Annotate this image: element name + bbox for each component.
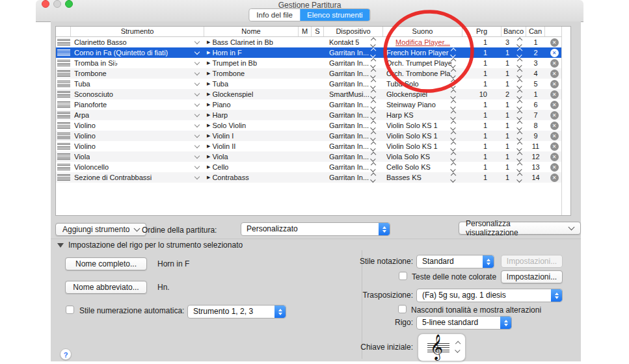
header-nome[interactable]: Nome (204, 27, 299, 36)
suono-value[interactable]: Violin Solo KS 1 (386, 142, 438, 150)
solo-cell[interactable] (312, 172, 324, 183)
disclosure-triangle-icon[interactable]: ▶ (207, 123, 210, 128)
header-can[interactable]: Can (526, 27, 545, 36)
stepper-icon[interactable] (483, 255, 494, 268)
stepper-icon[interactable] (518, 163, 522, 171)
suono-value[interactable]: French Horn Player 1 (386, 49, 451, 57)
suono-value[interactable]: Glockenspiel (386, 90, 427, 98)
stepper-icon[interactable] (371, 49, 375, 57)
solo-cell[interactable] (312, 68, 324, 79)
solo-cell[interactable] (312, 58, 324, 68)
mute-cell[interactable] (299, 162, 312, 172)
table-row[interactable]: Violino ▶ Violin II Garritan In... Violi… (56, 141, 563, 151)
mute-cell[interactable] (299, 68, 312, 79)
suono-value[interactable]: Violin Solo KS 1 (386, 132, 438, 140)
vertical-scrollbar[interactable] (561, 27, 570, 215)
delete-instrument-button[interactable]: ✕ (550, 111, 559, 120)
delete-instrument-button[interactable]: ✕ (550, 49, 559, 57)
hide-key-checkbox[interactable] (398, 305, 407, 313)
stepper-icon[interactable] (371, 153, 375, 161)
chevron-down-icon[interactable] (194, 153, 200, 158)
stepper-icon[interactable] (518, 101, 522, 109)
stepper-icon[interactable] (451, 59, 455, 67)
disclosure-triangle-icon[interactable]: ▶ (207, 71, 210, 76)
customize-view-button[interactable]: Personalizza visualizzazione (459, 222, 581, 235)
colored-noteheads-checkbox[interactable] (399, 272, 407, 280)
stepper-icon[interactable] (371, 122, 375, 129)
stepper-icon[interactable] (518, 153, 522, 161)
stepper-icon[interactable] (451, 80, 455, 88)
stepper-icon[interactable] (456, 342, 460, 352)
stepper-icon[interactable] (518, 70, 522, 77)
disclosure-triangle-icon[interactable]: ▶ (207, 50, 210, 55)
stepper-icon[interactable] (451, 153, 455, 161)
solo-cell[interactable] (312, 141, 324, 151)
stepper-icon[interactable] (451, 70, 455, 77)
stepper-icon[interactable] (518, 122, 522, 129)
stepper-icon[interactable] (518, 80, 522, 88)
stepper-icon[interactable] (518, 49, 522, 57)
mute-cell[interactable] (299, 120, 312, 131)
disclosure-triangle-icon[interactable]: ▶ (207, 60, 210, 66)
suono-value[interactable]: Viola Solo KS (386, 153, 430, 161)
table-row[interactable]: Viola ▶ Viola Garritan In... Viola Solo … (56, 151, 563, 162)
delete-instrument-button[interactable]: ✕ (550, 132, 559, 140)
stepper-icon[interactable] (371, 38, 375, 46)
initial-clef-button[interactable]: 𝄞 (418, 333, 466, 361)
suono-value[interactable]: Harp KS (386, 111, 414, 119)
table-row[interactable]: Violoncello ▶ Cello Garritan In... Cello… (56, 162, 563, 172)
stepper-icon[interactable] (451, 174, 455, 181)
header-prg[interactable]: Prg (462, 27, 502, 36)
chevron-down-icon[interactable] (194, 132, 200, 137)
delete-instrument-button[interactable]: ✕ (550, 59, 559, 68)
chevron-down-icon[interactable] (194, 90, 200, 96)
stepper-icon[interactable] (518, 142, 522, 150)
noteheads-settings-button[interactable]: Impostazioni... (501, 270, 563, 283)
stepper-icon[interactable] (371, 174, 375, 181)
stepper-icon[interactable] (451, 132, 455, 140)
header-dispositivo[interactable]: Dispositivo (324, 27, 383, 36)
stepper-icon[interactable] (371, 111, 375, 119)
delete-instrument-button[interactable]: ✕ (550, 38, 559, 47)
score-order-popup[interactable]: Personalizzato (241, 222, 390, 236)
stepper-icon[interactable] (500, 317, 511, 329)
suono-value[interactable]: Modifica Player... (395, 38, 450, 46)
mute-cell[interactable] (299, 47, 312, 58)
delete-instrument-button[interactable]: ✕ (550, 101, 559, 109)
auto-numbering-popup[interactable]: Strumento 1, 2, 3 (187, 305, 286, 318)
delete-instrument-button[interactable]: ✕ (550, 80, 559, 88)
chevron-down-icon[interactable] (194, 122, 200, 127)
solo-cell[interactable] (312, 162, 324, 172)
stepper-icon[interactable] (371, 80, 375, 88)
stepper-icon[interactable] (371, 142, 375, 150)
stepper-icon[interactable] (451, 111, 455, 119)
full-name-button[interactable]: Nome completo... (65, 257, 147, 270)
table-row[interactable]: Pianoforte ▶ Piano Garritan In... Steinw… (56, 99, 563, 110)
solo-cell[interactable] (312, 79, 324, 89)
solo-cell[interactable] (312, 151, 324, 162)
table-row[interactable]: Clarinetto Basso ▶ Bass Clarinet in Bb K… (56, 37, 563, 47)
chevron-down-icon[interactable] (194, 70, 200, 75)
disclosure-down-icon[interactable] (57, 243, 64, 248)
stepper-icon[interactable] (371, 132, 375, 140)
solo-cell[interactable] (312, 89, 324, 99)
stepper-icon[interactable] (274, 306, 286, 318)
abbreviated-name-button[interactable]: Nome abbreviato... (65, 281, 147, 294)
disclosure-triangle-icon[interactable]: ▶ (207, 92, 210, 97)
solo-cell[interactable] (312, 120, 324, 131)
chevron-down-icon[interactable] (194, 101, 200, 106)
solo-cell[interactable] (312, 99, 324, 110)
suono-value[interactable]: Cello Solo KS (386, 163, 431, 171)
mute-cell[interactable] (299, 172, 312, 183)
table-row[interactable]: Sconosciuto ▶ Glockenspiel SmartMusi... … (56, 89, 563, 99)
table-row[interactable]: Arpa ▶ Harp Garritan In... Harp KS 1 1 7… (56, 110, 563, 120)
header-suono[interactable]: Suono (383, 27, 462, 36)
stepper-icon[interactable] (518, 38, 522, 46)
suono-value[interactable]: Tuba Solo (386, 80, 419, 88)
stepper-icon[interactable] (551, 289, 562, 302)
table-row[interactable]: Sezione di Contrabbassi ▶ Contrabass Gar… (56, 172, 563, 183)
disclosure-triangle-icon[interactable]: ▶ (207, 154, 210, 159)
staff-popup[interactable]: 5-linee standard (416, 316, 512, 330)
stepper-icon[interactable] (518, 132, 522, 140)
disclosure-triangle-icon[interactable]: ▶ (207, 102, 210, 107)
